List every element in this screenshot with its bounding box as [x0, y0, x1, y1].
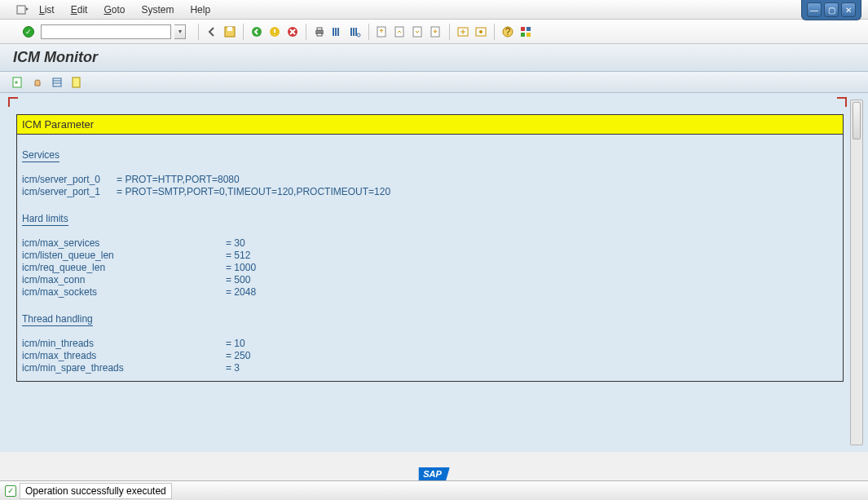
find-icon[interactable]	[330, 24, 345, 39]
menubar: List Edit Goto System Help — ▢ ✕	[0, 0, 868, 20]
help-icon[interactable]: ?	[500, 24, 515, 39]
svg-rect-19	[521, 27, 525, 31]
new-session-icon[interactable]	[456, 24, 470, 39]
menu-list[interactable]: List	[39, 4, 55, 15]
separator	[198, 24, 199, 40]
minimize-button[interactable]: —	[807, 2, 822, 17]
svg-point-16	[479, 30, 482, 33]
param-row: icm/max_conn= 500	[22, 274, 838, 286]
report-box: ICM Parameter Services icm/server_port_0…	[16, 114, 844, 382]
first-page-icon[interactable]	[375, 24, 390, 39]
corner-marker-tr	[837, 97, 847, 107]
back-green-icon[interactable]	[249, 24, 264, 39]
prev-page-icon[interactable]	[393, 24, 408, 39]
close-button[interactable]: ✕	[841, 2, 856, 17]
param-row: icm/min_threads= 10	[22, 338, 838, 350]
save-icon[interactable]	[223, 24, 237, 39]
separator	[306, 24, 306, 40]
page-title: ICM Monitor	[13, 49, 855, 66]
vertical-scrollbar[interactable]	[850, 100, 863, 445]
svg-rect-20	[527, 27, 531, 31]
last-page-icon[interactable]	[429, 24, 443, 39]
svg-rect-11	[395, 27, 403, 37]
param-row: icm/listen_queue_len= 512	[22, 250, 838, 262]
menu-goto[interactable]: Goto	[104, 4, 125, 15]
svg-rect-0	[17, 6, 25, 14]
separator	[494, 24, 495, 40]
menu-app-icon[interactable]	[16, 3, 29, 16]
filter-icon[interactable]	[51, 76, 64, 89]
param-row: icm/max_sockets= 2048	[22, 286, 838, 299]
svg-rect-21	[521, 33, 525, 37]
refresh-icon[interactable]	[11, 76, 24, 89]
svg-rect-24	[53, 78, 61, 86]
status-success-icon: ✓	[5, 485, 16, 497]
section-hardlimits-title: Hard limits	[22, 213, 838, 231]
separator	[243, 24, 244, 40]
maximize-button[interactable]: ▢	[824, 2, 839, 17]
print-icon[interactable]	[312, 24, 327, 39]
svg-text:?: ?	[505, 26, 511, 38]
separator	[449, 24, 450, 40]
section-services-title: Services	[22, 149, 838, 167]
section-threads-title: Thread handling	[22, 313, 838, 331]
status-text: Operation successfully executed	[20, 483, 172, 499]
separator	[368, 24, 369, 40]
document-icon[interactable]	[70, 76, 83, 89]
back-icon[interactable]	[205, 24, 219, 39]
statusbar: ✓ Operation successfully executed	[0, 480, 868, 500]
param-row: icm/server_port_1 = PROT=SMTP,PORT=0,TIM…	[22, 186, 838, 198]
title-area: ICM Monitor	[0, 44, 868, 72]
cancel-red-icon[interactable]	[285, 24, 300, 39]
window-controls: — ▢ ✕	[801, 0, 861, 20]
svg-rect-8	[317, 33, 322, 36]
exit-yellow-icon[interactable]	[267, 24, 282, 39]
param-row: icm/min_spare_threads= 3	[22, 362, 838, 374]
svg-point-9	[357, 33, 360, 37]
corner-marker-tl	[8, 97, 18, 107]
param-row: icm/max_services= 30	[22, 237, 838, 250]
layout-icon[interactable]	[518, 24, 533, 39]
hand-icon[interactable]	[31, 76, 44, 89]
shortcut-icon[interactable]	[474, 24, 488, 39]
next-page-icon[interactable]	[411, 24, 425, 39]
svg-point-3	[252, 27, 262, 37]
find-next-icon[interactable]	[348, 24, 363, 39]
report-header: ICM Parameter	[17, 115, 843, 135]
menu-system[interactable]: System	[141, 4, 174, 15]
standard-toolbar: ✓ ▾ ?	[0, 20, 868, 44]
svg-rect-2	[227, 27, 232, 31]
content-area: ICM Parameter Services icm/server_port_0…	[0, 93, 868, 452]
svg-rect-22	[527, 33, 531, 37]
sap-logo: SAP	[418, 467, 450, 480]
app-toolbar	[0, 72, 868, 93]
param-row: icm/server_port_0 = PROT=HTTP,PORT=8080	[22, 174, 838, 186]
report-body: Services icm/server_port_0 = PROT=HTTP,P…	[17, 135, 843, 381]
enter-icon[interactable]: ✓	[23, 26, 34, 38]
svg-rect-7	[317, 28, 322, 30]
menu-help[interactable]: Help	[190, 4, 210, 15]
command-field[interactable]	[41, 24, 171, 39]
scrollbar-thumb[interactable]	[853, 102, 861, 139]
svg-rect-25	[73, 77, 80, 87]
svg-rect-12	[413, 27, 421, 37]
param-row: icm/max_threads= 250	[22, 350, 838, 362]
menu-edit[interactable]: Edit	[71, 4, 88, 15]
command-history-dropdown[interactable]: ▾	[174, 24, 186, 39]
param-row: icm/req_queue_len= 1000	[22, 262, 838, 274]
